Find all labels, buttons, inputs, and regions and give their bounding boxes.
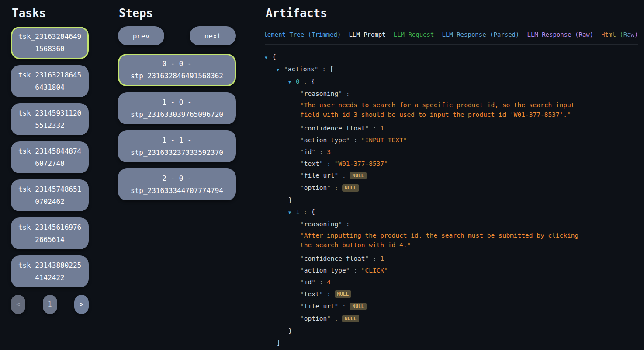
indent-guide (291, 276, 291, 288)
indent-guide (267, 122, 267, 134)
json-row: "confidence_float" : 1 (265, 253, 638, 265)
step-list: 0 - 0 - stp_2316328464915683621 - 0 - st… (118, 54, 236, 200)
indent-guide (279, 313, 279, 325)
indent-guide (267, 337, 267, 349)
indent-guide (291, 122, 291, 134)
float-value: 1 (380, 125, 384, 132)
index-key: 0 (296, 78, 300, 85)
indent-guide (267, 194, 267, 206)
open-bracket: { (311, 78, 315, 85)
task-button[interactable]: tsk_231458448746072748 (11, 141, 89, 173)
json-row: "option" : NULL (265, 313, 638, 325)
page-number-button[interactable]: 1 (43, 295, 57, 314)
open-bracket: [ (330, 66, 334, 73)
float-value: 1 (380, 255, 384, 262)
tasks-pagination: < 1 > (11, 295, 89, 314)
collapse-toggle-icon[interactable]: ▼ (265, 52, 272, 63)
close-bracket: } (288, 196, 292, 203)
string-quote: " (384, 160, 388, 167)
collapse-toggle-icon[interactable]: ▼ (288, 76, 296, 88)
key-quote: " (300, 315, 304, 322)
step-button[interactable]: 1 - 1 - stp_231633237333592370 (118, 130, 236, 162)
int-value: 4 (327, 279, 331, 286)
close-bracket: } (288, 327, 292, 334)
key-quote: " (346, 267, 350, 274)
indent-guide (279, 170, 279, 182)
indent-guide (291, 182, 291, 194)
key-quote: " (300, 90, 304, 97)
tab-llm-response-raw[interactable]: LLM Response (Raw) (527, 31, 593, 44)
colon: : (369, 125, 380, 132)
tab-element-tree-trimmed[interactable]: Element Tree (Trimmed) (265, 31, 341, 44)
indent-guide (267, 100, 267, 119)
indent-guide (279, 218, 279, 230)
next-step-button[interactable]: next (190, 26, 236, 46)
steps-nav: prev next (118, 26, 236, 46)
next-page-button[interactable]: > (74, 295, 89, 314)
null-badge: NULL (350, 172, 367, 179)
indent-guide (291, 100, 291, 119)
artifacts-title: Artifacts (266, 5, 638, 21)
colon: : (338, 172, 350, 179)
key-name: text (304, 290, 319, 298)
key-name: option (304, 315, 327, 322)
key-quote: " (300, 220, 304, 228)
open-bracket: { (311, 208, 315, 215)
task-button[interactable]: tsk_231632186456431804 (11, 65, 89, 97)
prev-page-button[interactable]: < (11, 295, 25, 314)
indent-guide (291, 231, 291, 250)
key-quote: " (327, 184, 331, 191)
task-button[interactable]: tsk_231459311205512332 (11, 103, 89, 135)
json-row: ▼0 : { (265, 76, 638, 88)
json-row: ▼1 : { (265, 206, 638, 218)
key-quote: " (365, 255, 369, 262)
indent-guide (279, 253, 279, 265)
colon: : (350, 267, 361, 274)
null-badge: NULL (335, 290, 352, 298)
indent-guide (267, 253, 267, 265)
prev-step-button[interactable]: prev (118, 26, 164, 46)
indent-guide (291, 301, 291, 313)
key-quote: " (300, 279, 304, 286)
task-button[interactable]: tsk_231456169762665614 (11, 217, 89, 249)
key-quote: " (300, 255, 304, 262)
indent-guide (267, 265, 267, 276)
colon: : (331, 315, 342, 322)
indent-guide (291, 265, 291, 276)
json-viewer: ▼{▼"actions" : [▼0 : {"reasoning" : "The… (265, 51, 638, 350)
tab-llm-prompt[interactable]: LLM Prompt (349, 31, 385, 44)
tasks-title: Tasks (12, 5, 89, 21)
indent-guide (267, 313, 267, 325)
task-button[interactable]: tsk_231457486510702462 (11, 179, 89, 211)
step-button[interactable]: 1 - 0 - stp_231633039765096720 (118, 92, 236, 124)
key-name: text (304, 160, 319, 167)
task-button[interactable]: tsk_231632846491568360 (11, 27, 89, 59)
step-button[interactable]: 0 - 0 - stp_231632846491568362 (118, 54, 236, 86)
json-row: "id" : 3 (265, 146, 638, 158)
string-quote: " (300, 102, 304, 108)
key-quote: " (315, 66, 319, 73)
steps-panel: Steps prev next 0 - 0 - stp_231632846491… (118, 4, 236, 200)
task-button[interactable]: tsk_231438802254142422 (11, 256, 89, 287)
key-quote: " (300, 290, 304, 298)
string-value: After inputting the product id, the sear… (300, 232, 578, 248)
indent-guide (267, 218, 267, 230)
indent-guide (267, 301, 267, 313)
collapse-toggle-icon[interactable]: ▼ (288, 206, 296, 218)
string-quote: " (300, 232, 304, 239)
null-badge: NULL (342, 315, 359, 322)
key-quote: " (312, 279, 315, 286)
colon: : (342, 90, 353, 97)
collapse-toggle-icon[interactable]: ▼ (277, 64, 284, 76)
colon: : (300, 208, 311, 215)
indent-guide (291, 288, 291, 301)
key-name: action_type (304, 136, 346, 144)
tab-html-raw[interactable]: Html (Raw) (601, 31, 638, 44)
key-quote: " (300, 303, 304, 310)
string-quote: " (403, 136, 407, 144)
step-button[interactable]: 2 - 0 - stp_231633344707774794 (118, 168, 236, 200)
indent-guide (279, 325, 279, 337)
indent-guide (267, 276, 267, 288)
tab-llm-response-parsed[interactable]: LLM Response (Parsed) (442, 31, 519, 44)
tab-llm-request[interactable]: LLM Request (394, 31, 434, 44)
